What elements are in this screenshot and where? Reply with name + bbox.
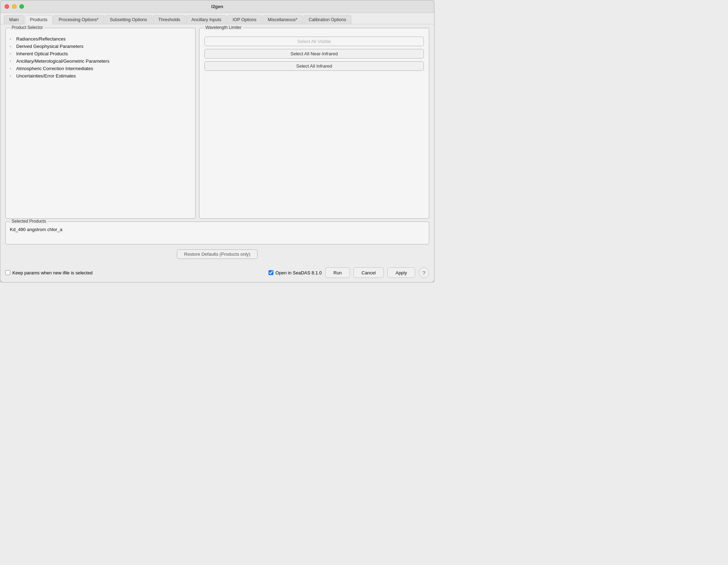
product-item-ancillary[interactable]: › Ancillary/Meterological/Geometric Para… (7, 57, 194, 65)
product-item-label: Ancillary/Meterological/Geometric Parame… (16, 58, 109, 64)
product-item-label: Uncertainties/Error Estimates (16, 73, 76, 79)
selected-products-value: Kd_490 angstrom chlor_a (8, 226, 426, 233)
open-seadas-checkbox[interactable] (269, 270, 273, 275)
action-buttons: Run Cancel Apply ? (325, 267, 429, 278)
wavelength-limiter-panel: Wavelength Limiter Select All Visible Se… (199, 28, 429, 219)
window-title: l2gen (211, 4, 223, 9)
selected-products-legend: Selected Products (10, 219, 48, 224)
restore-defaults-button[interactable]: Restore Defaults (Products only) (177, 249, 258, 259)
tab-bar: Main Products Processing Options* Subset… (0, 13, 434, 24)
tab-iop-options[interactable]: IOP Options (227, 15, 262, 24)
cancel-button[interactable]: Cancel (353, 267, 384, 278)
app-window: l2gen Main Products Processing Options* … (0, 0, 434, 282)
tab-ancillary-inputs[interactable]: Ancillary Inputs (186, 15, 227, 24)
title-bar: l2gen (0, 0, 434, 13)
run-button[interactable]: Run (325, 267, 350, 278)
product-item-uncertainties[interactable]: › Uncertainties/Error Estimates (7, 72, 194, 80)
product-selector-panel: Product Selector › Radiances/Reflectance… (5, 28, 196, 219)
help-button[interactable]: ? (419, 267, 429, 278)
bottom-left: Keep params when new ifile is selected (5, 270, 93, 275)
tab-subsetting-options[interactable]: Subsetting Options (105, 15, 153, 24)
chevron-right-icon: › (10, 74, 14, 78)
wavelength-buttons: Select All Visible Select All Near-Infra… (204, 37, 424, 71)
bottom-bar: Keep params when new ifile is selected O… (0, 265, 434, 282)
close-button[interactable] (5, 4, 9, 9)
product-item-derived[interactable]: › Derived Geophysical Parameters (7, 43, 194, 50)
chevron-right-icon: › (10, 59, 14, 63)
chevron-right-icon: › (10, 37, 14, 41)
maximize-button[interactable] (19, 4, 24, 9)
tab-miscellaneous[interactable]: Miscellaneous* (263, 15, 303, 24)
traffic-lights (5, 4, 24, 9)
bottom-right: Open in SeaDAS 8.1.0 Run Cancel Apply ? (269, 267, 429, 278)
main-panels: Product Selector › Radiances/Reflectance… (5, 28, 429, 219)
tab-products[interactable]: Products (25, 15, 53, 24)
product-list: › Radiances/Reflectances › Derived Geoph… (6, 32, 195, 218)
chevron-right-icon: › (10, 44, 14, 49)
tab-main[interactable]: Main (4, 15, 24, 24)
tab-processing-options[interactable]: Processing Options* (53, 15, 104, 24)
select-all-near-infrared-button[interactable]: Select All Near-Infrared (204, 49, 424, 58)
product-item-radiances[interactable]: › Radiances/Reflectances (7, 35, 194, 43)
chevron-right-icon: › (10, 52, 14, 56)
select-all-visible-button[interactable]: Select All Visible (204, 37, 424, 46)
keep-params-label: Keep params when new ifile is selected (12, 270, 93, 275)
product-item-label: Derived Geophysical Parameters (16, 44, 84, 49)
product-item-label: Radiances/Reflectances (16, 36, 66, 42)
selected-products-panel: Selected Products Kd_490 angstrom chlor_… (5, 222, 429, 244)
content-area: Product Selector › Radiances/Reflectance… (0, 24, 434, 265)
minimize-button[interactable] (12, 4, 17, 9)
product-item-inherent[interactable]: › Inherent Optical Products (7, 50, 194, 57)
product-item-label: Atmospheric Correction Intermediates (16, 66, 93, 71)
restore-btn-area: Restore Defaults (Products only) (5, 249, 429, 259)
tab-thresholds[interactable]: Thresholds (153, 15, 185, 24)
chevron-right-icon: › (10, 67, 14, 71)
apply-button[interactable]: Apply (387, 267, 415, 278)
open-seadas-label: Open in SeaDAS 8.1.0 (276, 270, 322, 275)
product-item-atmospheric[interactable]: › Atmospheric Correction Intermediates (7, 65, 194, 72)
product-selector-legend: Product Selector (10, 25, 45, 30)
tab-calibration-options[interactable]: Calibration Options (303, 15, 351, 24)
keep-params-checkbox[interactable] (5, 270, 10, 275)
product-item-label: Inherent Optical Products (16, 51, 68, 56)
select-all-infrared-button[interactable]: Select All Infrared (204, 61, 424, 71)
seadas-checkbox-area: Open in SeaDAS 8.1.0 (269, 270, 322, 275)
wavelength-limiter-legend: Wavelength Limiter (204, 25, 243, 30)
